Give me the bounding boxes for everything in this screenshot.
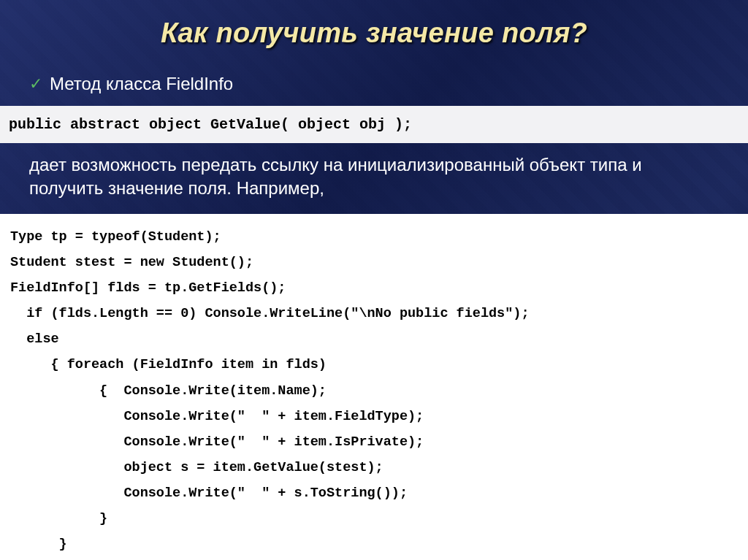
code-example-box: Type tp = typeof(Student); Student stest…: [0, 214, 748, 560]
code-signature-box: public abstract object GetValue( object …: [0, 106, 748, 143]
checkmark-icon: ✓: [29, 74, 42, 94]
description-text: дает возможность передать ссылку на иниц…: [0, 143, 748, 201]
slide: Как получить значение поля? ✓ Метод клас…: [0, 0, 748, 560]
slide-title: Как получить значение поля?: [0, 0, 748, 49]
bullet-text: Метод класса FieldInfo: [50, 74, 233, 94]
bullet-row: ✓ Метод класса FieldInfo: [0, 49, 748, 101]
